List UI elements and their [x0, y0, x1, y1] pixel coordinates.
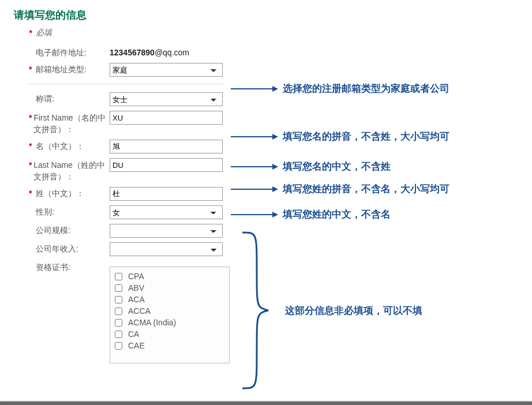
annotation-text: 选择您的注册邮箱类型为家庭或者公司: [283, 82, 449, 95]
cert-label-text: CA: [128, 329, 139, 339]
arrow-icon: [231, 166, 277, 167]
company-size-label: 公司规模:: [36, 226, 70, 236]
cert-label-text: CPA: [128, 272, 144, 281]
email-type-select[interactable]: 家庭: [110, 63, 223, 77]
divider: [29, 84, 225, 84]
first-name-input[interactable]: [110, 111, 223, 125]
cert-label-text: ACA: [128, 295, 145, 304]
email-type-label: 邮箱地址类型:: [36, 65, 87, 75]
row-email-type: *邮箱地址类型: 家庭: [29, 63, 532, 77]
cert-checkbox[interactable]: [115, 273, 122, 280]
cert-label-text: ACMA (India): [128, 318, 176, 327]
annotation-last-name: 填写您姓的拼音，不含名，大小写均可: [231, 182, 449, 196]
annotation-text: 填写您名的拼音，不含姓，大小写均可: [283, 130, 449, 143]
cert-label: 资格证书:: [36, 262, 70, 273]
ming-cn-label: 名（中文）：: [36, 141, 84, 152]
cert-label-text: ABV: [128, 283, 144, 292]
cert-item[interactable]: ACMA (India): [113, 317, 227, 328]
annotation-text: 这部分信息非必填项，可以不填: [285, 304, 422, 317]
annotation-optional-group: 这部分信息非必填项，可以不填: [231, 230, 422, 391]
cert-item[interactable]: CA: [113, 328, 227, 340]
arrow-icon: [231, 88, 277, 89]
bottom-bar: [0, 402, 532, 405]
company-revenue-label: 公司年收入:: [36, 244, 78, 254]
curly-brace-icon: [231, 230, 271, 391]
email-bold: 1234567890: [110, 48, 155, 57]
annotation-xing-cn: 填写您姓的中文，不含名: [231, 208, 391, 221]
cert-checkbox[interactable]: [115, 319, 122, 327]
cert-checkbox[interactable]: [115, 342, 122, 350]
email-rest: @qq.com: [155, 48, 189, 57]
required-star: *: [29, 28, 36, 38]
gender-select[interactable]: 女: [110, 205, 223, 219]
last-name-label: Last Name（姓的中文拼音）：: [33, 160, 110, 182]
cert-checkbox[interactable]: [115, 331, 122, 338]
email-value: 1234567890@qq.com: [110, 46, 225, 57]
annotation-text: 填写您姓的中文，不含名: [283, 208, 391, 221]
xing-cn-input[interactable]: [110, 187, 223, 201]
salutation-select[interactable]: 女士: [110, 92, 223, 106]
company-revenue-select[interactable]: [110, 242, 223, 256]
company-size-select[interactable]: [110, 224, 223, 238]
cert-item[interactable]: CPA: [113, 271, 227, 282]
page-title: 请填写您的信息: [0, 0, 532, 28]
email-label: 电子邮件地址:: [36, 48, 87, 58]
arrow-icon: [231, 214, 277, 215]
arrow-icon: [231, 136, 277, 137]
row-email: 电子邮件地址: 1234567890@qq.com: [29, 46, 532, 58]
arrow-icon: [231, 189, 277, 190]
cert-item[interactable]: ABV: [113, 282, 227, 294]
required-label: 必填: [36, 28, 52, 38]
salutation-label: 称谓:: [36, 94, 54, 104]
xing-cn-label: 姓（中文）：: [36, 189, 84, 199]
gender-label: 性别:: [36, 207, 54, 217]
annotation-ming-cn: 填写您名的中文，不含姓: [231, 160, 391, 173]
cert-label-text: CAE: [128, 341, 145, 350]
annotation-email-type: 选择您的注册邮箱类型为家庭或者公司: [231, 82, 449, 95]
annotation-first-name: 填写您名的拼音，不含姓，大小写均可: [231, 130, 449, 143]
ming-cn-input[interactable]: [110, 140, 223, 153]
cert-checkbox[interactable]: [115, 284, 122, 292]
cert-checkbox[interactable]: [115, 296, 122, 303]
required-legend: * 必填: [29, 28, 532, 38]
cert-label-text: ACCA: [128, 306, 151, 316]
cert-checkbox[interactable]: [115, 308, 122, 315]
first-name-label: First Name（名的中文拼音）：: [33, 112, 110, 135]
last-name-input[interactable]: [110, 158, 223, 172]
cert-item[interactable]: ACCA: [113, 305, 227, 317]
cert-item[interactable]: ACA: [113, 294, 227, 305]
cert-listbox[interactable]: CPAABVACAACCAACMA (India)CACAE: [110, 267, 230, 363]
annotation-text: 填写您姓的拼音，不含名，大小写均可: [283, 182, 449, 196]
cert-item[interactable]: CAE: [113, 340, 227, 351]
annotation-text: 填写您名的中文，不含姓: [283, 160, 391, 173]
